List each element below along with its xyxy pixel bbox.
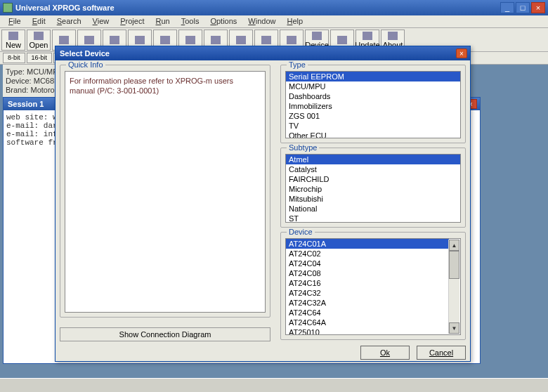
menu-run[interactable]: Run — [150, 15, 176, 27]
scroll-down-button[interactable]: ▼ — [449, 322, 459, 334]
list-item[interactable]: Atmel — [286, 155, 460, 164]
subtype-listbox[interactable]: AtmelCatalystFAIRCHILDMicrochipMitsubish… — [285, 154, 461, 223]
menu-search[interactable]: Search — [51, 15, 87, 27]
app-icon — [3, 3, 13, 13]
toolbar2-8-bit[interactable]: 8-bit — [3, 53, 25, 63]
menu-options[interactable]: Options — [204, 15, 242, 27]
menu-view[interactable]: View — [87, 15, 115, 27]
list-item[interactable]: Serial EEPROM — [286, 72, 460, 81]
minimize-button[interactable]: _ — [500, 2, 514, 13]
list-item[interactable]: AT24C32 — [286, 288, 449, 298]
list-item[interactable]: National — [286, 204, 460, 214]
list-item[interactable]: FAIRCHILD — [286, 174, 460, 184]
device-label: Device — [287, 228, 315, 236]
device-listbox[interactable]: AT24C01AAT24C02AT24C04AT24C08AT24C16AT24… — [285, 238, 461, 335]
list-item[interactable]: AT24C08 — [286, 268, 449, 278]
menu-window[interactable]: Window — [242, 15, 281, 27]
info-type-label: Type: — [6, 67, 25, 76]
select-device-dialog: Select Device × Quick Info For informati… — [55, 46, 471, 362]
list-item[interactable]: AT24C64 — [286, 308, 449, 318]
list-item[interactable]: ZGS 001 — [286, 111, 460, 121]
quick-info-label: Quick Info — [66, 60, 105, 69]
menu-tools[interactable]: Tools — [176, 15, 205, 27]
list-item[interactable]: AT24C32A — [286, 298, 449, 308]
type-listbox[interactable]: Serial EEPROMMCU/MPUDashboardsImmobilize… — [285, 71, 461, 138]
list-item[interactable]: AT25010 — [286, 327, 449, 335]
device-scrollbar[interactable]: ▲ ▼ — [448, 240, 459, 334]
subtype-group: Subtype AtmelCatalystFAIRCHILDMicrochipM… — [280, 148, 466, 228]
list-item[interactable]: Mitsubishi — [286, 194, 460, 204]
quick-info-group: Quick Info For information please refer … — [60, 65, 270, 318]
toolbar2-16-bit[interactable]: 16-bit — [27, 53, 53, 63]
maximize-button[interactable]: □ — [516, 2, 530, 13]
type-group: Type Serial EEPROMMCU/MPUDashboardsImmob… — [280, 65, 466, 143]
list-item[interactable]: MCU/MPU — [286, 81, 460, 91]
device-group: Device AT24C01AAT24C02AT24C04AT24C08AT24… — [280, 232, 466, 340]
info-brand-label: Brand: — [6, 86, 28, 94]
list-item[interactable]: AT24C01A — [286, 239, 449, 249]
list-item[interactable]: Other ECU — [286, 131, 460, 138]
quick-info-text: For information please refer to XPROG-m … — [65, 71, 266, 313]
toolbar-Open[interactable]: Open — [27, 30, 51, 51]
dialog-close-button[interactable]: × — [456, 48, 467, 58]
menu-file[interactable]: File — [3, 15, 27, 27]
info-device-label: Device: — [6, 77, 32, 85]
window-buttons: _ □ × — [500, 2, 545, 13]
main-titlebar: Universal XPROG software _ □ × — [0, 0, 548, 15]
cancel-button[interactable]: Cancel — [417, 346, 466, 360]
menu-edit[interactable]: Edit — [27, 15, 51, 27]
menubar: FileEditSearchViewProjectRunToolsOptions… — [0, 15, 548, 28]
dialog-title: Select Device — [56, 46, 470, 60]
scroll-up-button[interactable]: ▲ — [449, 240, 459, 251]
list-item[interactable]: TV — [286, 121, 460, 131]
dialog-button-row: Ok Cancel — [280, 346, 466, 360]
list-item[interactable]: AT24C16 — [286, 278, 449, 288]
show-connection-diagram-button[interactable]: Show Connection Diagram — [60, 327, 270, 341]
list-item[interactable]: Dashboards — [286, 91, 460, 101]
scroll-thumb[interactable] — [449, 251, 459, 279]
type-label: Type — [287, 60, 308, 69]
list-item[interactable]: Immobilizers — [286, 101, 460, 111]
menu-help[interactable]: Help — [281, 15, 308, 27]
taskbar — [0, 378, 548, 392]
list-item[interactable]: AT24C02 — [286, 249, 449, 259]
app-title: Universal XPROG software — [15, 4, 500, 12]
toolbar-New[interactable]: New — [1, 30, 25, 51]
list-item[interactable]: AT24C04 — [286, 259, 449, 268]
close-button[interactable]: × — [531, 2, 545, 13]
ok-button[interactable]: Ok — [360, 346, 410, 360]
list-item[interactable]: ST — [286, 214, 460, 223]
subtype-label: Subtype — [287, 143, 319, 152]
list-item[interactable]: Catalyst — [286, 164, 460, 174]
menu-project[interactable]: Project — [115, 15, 150, 27]
list-item[interactable]: Microchip — [286, 184, 460, 194]
list-item[interactable]: AT24C64A — [286, 318, 449, 327]
